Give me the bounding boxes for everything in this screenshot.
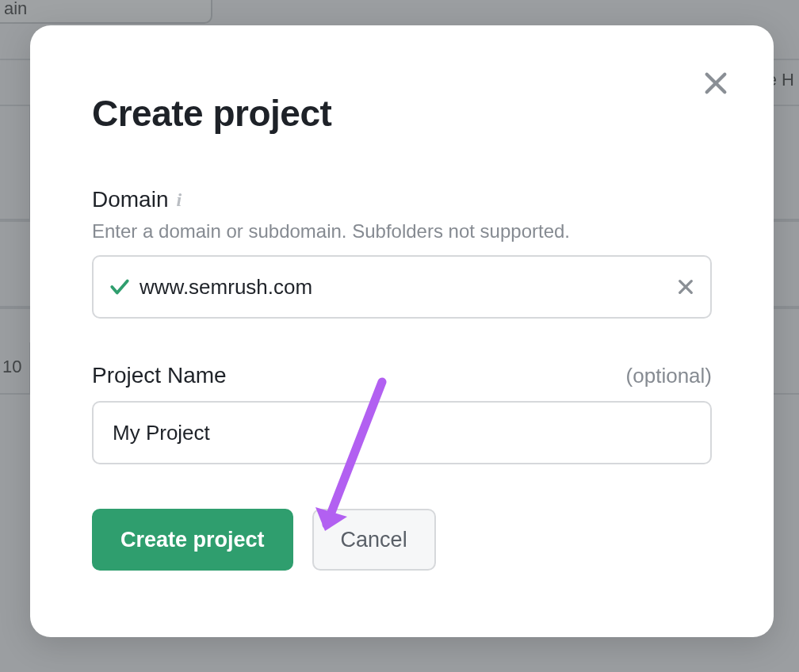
- domain-input[interactable]: [140, 275, 664, 300]
- domain-help-text: Enter a domain or subdomain. Subfolders …: [92, 220, 712, 242]
- optional-label: (optional): [626, 364, 712, 388]
- close-icon: [702, 70, 729, 97]
- project-name-input[interactable]: [113, 421, 691, 445]
- create-project-modal: Create project Domain i Enter a domain o…: [30, 25, 774, 637]
- modal-title: Create project: [92, 92, 712, 135]
- check-icon: [109, 277, 130, 297]
- close-button[interactable]: [699, 67, 732, 100]
- domain-input-wrap[interactable]: [92, 255, 712, 319]
- project-name-input-wrap[interactable]: [92, 401, 712, 464]
- button-row: Create project Cancel: [92, 509, 712, 571]
- info-icon[interactable]: i: [176, 189, 182, 211]
- domain-label: Domain: [92, 187, 168, 212]
- clear-icon[interactable]: [677, 278, 694, 296]
- domain-label-row: Domain i: [92, 187, 712, 212]
- project-name-label: Project Name: [92, 363, 227, 388]
- cancel-button[interactable]: Cancel: [312, 509, 436, 571]
- project-name-label-row: Project Name (optional): [92, 363, 712, 388]
- create-project-button[interactable]: Create project: [92, 509, 293, 571]
